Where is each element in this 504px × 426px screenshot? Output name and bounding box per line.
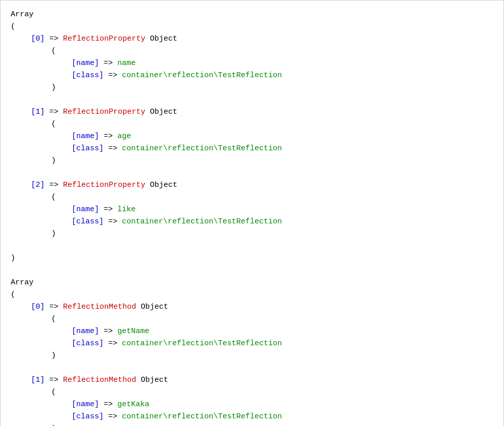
code-output: Array([0] => ReflectionProperty Object([… (11, 9, 493, 426)
main-container: Array([0] => ReflectionProperty Object([… (0, 0, 504, 426)
